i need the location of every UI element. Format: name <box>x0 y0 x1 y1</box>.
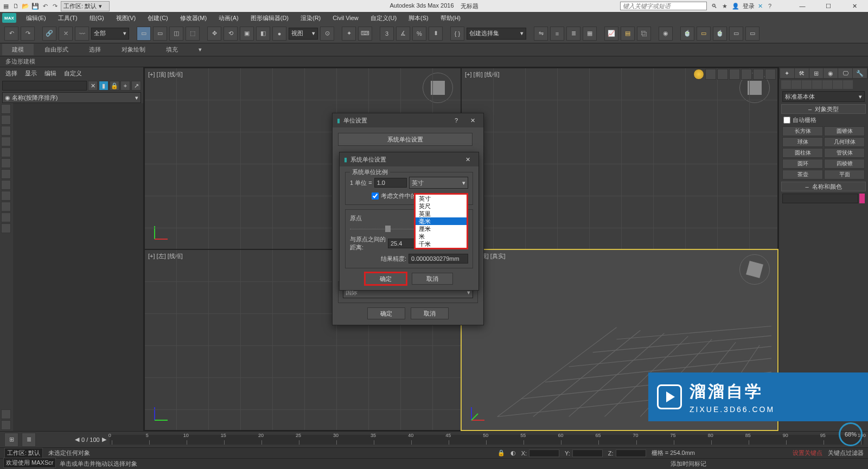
ribbon-tab-objectpaint[interactable]: 对象绘制 <box>112 44 155 55</box>
menu-customize[interactable]: 自定义(U) <box>365 13 402 23</box>
toggle-ribbon-button[interactable]: ▦ <box>583 27 597 41</box>
open-icon[interactable]: 📂 <box>22 2 29 10</box>
timeline-config-icon[interactable]: ⊞ <box>4 433 18 447</box>
workspace-indicator[interactable]: 工作区: 默认 <box>4 448 43 458</box>
rollout-object-type[interactable]: – 对象类型 <box>781 104 866 114</box>
unit-dropdown-list[interactable]: 英寸 英尺 英里 毫米 厘米 米 千米 <box>415 194 467 248</box>
star-icon[interactable]: ★ <box>721 2 729 10</box>
undo-button[interactable]: ↶ <box>4 27 18 41</box>
unit-type-dropdown[interactable]: 英寸▾ <box>409 177 468 189</box>
window-crossing-button[interactable]: ⬚ <box>186 27 200 41</box>
unit-value-input[interactable] <box>374 178 407 188</box>
coord-y-input[interactable] <box>572 449 603 457</box>
se-menu-custom[interactable]: 自定义 <box>64 69 82 78</box>
ribbon-tab-selection[interactable]: 选择 <box>79 44 111 55</box>
btn-tube[interactable]: 管状体 <box>824 148 865 158</box>
render-iterative-button[interactable]: ▭ <box>729 27 743 41</box>
object-category-dropdown[interactable]: 标准基本体▾ <box>782 91 865 102</box>
btn-pyramid[interactable]: 四棱锥 <box>824 159 865 169</box>
arrow-icon[interactable]: ↗ <box>131 81 141 91</box>
pivot-button[interactable]: ⊙ <box>320 27 334 41</box>
btn-geosphere[interactable]: 几何球体 <box>824 137 865 147</box>
unit-option-m[interactable]: 米 <box>416 233 467 240</box>
timeline-next-icon[interactable]: ▶ <box>102 436 106 443</box>
filter-gear-icon[interactable] <box>1 420 11 430</box>
set-key-button[interactable]: 设置关键点 <box>793 449 822 457</box>
coord-x-input[interactable] <box>529 449 559 457</box>
dope-sheet-button[interactable]: ▤ <box>621 27 635 41</box>
filter-geometry-icon[interactable] <box>1 104 11 114</box>
viewport-front[interactable]: [+] [前] [线框] <box>462 68 777 249</box>
menu-views[interactable]: 视图(V) <box>111 13 142 23</box>
move-button[interactable]: ✥ <box>207 27 221 41</box>
shading-icon-5[interactable] <box>753 69 764 80</box>
cp-tab-utilities[interactable]: 🔧 <box>853 68 867 78</box>
menu-animation[interactable]: 动画(A) <box>213 13 244 23</box>
key-filter-button[interactable]: 关键点过滤器 <box>828 449 864 457</box>
dialog-help-icon[interactable]: ? <box>450 115 463 126</box>
filter-frozen-icon[interactable] <box>1 213 11 222</box>
bind-spacewarp-button[interactable]: 〰 <box>75 27 89 41</box>
viewport-top-label[interactable]: [+] [顶] [线框] <box>148 70 183 79</box>
shading-icon-3[interactable] <box>729 69 740 80</box>
btn-cylinder[interactable]: 圆柱体 <box>782 148 823 158</box>
systems-icon[interactable] <box>843 80 853 89</box>
exchange-icon[interactable]: ✕ <box>758 3 763 10</box>
units-ok-button[interactable]: 确定 <box>367 307 405 319</box>
render-setup-button[interactable]: 🍵 <box>680 27 694 41</box>
sys-dialog-close-icon[interactable]: ✕ <box>461 154 474 165</box>
unit-option-feet[interactable]: 英尺 <box>416 202 467 210</box>
login-link[interactable]: 登录 <box>743 2 755 10</box>
curve-editor-button[interactable]: 📈 <box>604 27 618 41</box>
dialog-close-icon[interactable]: ✕ <box>466 115 479 126</box>
redo-icon[interactable]: ↷ <box>51 2 59 10</box>
filter-container-icon[interactable] <box>1 202 11 211</box>
unit-option-cm[interactable]: 厘米 <box>416 225 467 233</box>
btn-torus[interactable]: 圆环 <box>782 159 823 169</box>
placement-button[interactable]: ◧ <box>256 27 270 41</box>
shape-icon[interactable] <box>792 80 801 89</box>
manipulate-button[interactable]: ✦ <box>342 27 356 41</box>
filter-funnel-icon[interactable] <box>1 409 11 419</box>
ribbon-tab-expand[interactable]: ▾ <box>189 44 212 55</box>
sunlight-icon[interactable] <box>693 69 704 80</box>
minimize-button[interactable]: — <box>791 0 814 12</box>
unit-option-inch[interactable]: 英寸 <box>416 195 467 202</box>
layers-button[interactable]: ≣ <box>566 27 580 41</box>
menu-create[interactable]: 创建(C) <box>142 13 173 23</box>
geom-icon[interactable] <box>781 80 791 89</box>
se-menu-select[interactable]: 选择 <box>5 69 17 78</box>
timeline-layer-icon[interactable]: ≣ <box>22 433 36 447</box>
btn-cone[interactable]: 圆锥体 <box>824 126 865 136</box>
menu-help[interactable]: 帮助(H) <box>435 13 466 23</box>
auto-grid-checkbox[interactable] <box>783 117 790 124</box>
help-icon[interactable]: ? <box>766 2 774 10</box>
cp-tab-modify[interactable]: 🛠 <box>795 68 809 78</box>
viewport-front-label[interactable]: [+] [前] [线框] <box>465 70 500 79</box>
cp-tab-motion[interactable]: ◉ <box>824 68 838 78</box>
search-select-icon[interactable]: ▮ <box>99 81 108 91</box>
shading-icon-2[interactable] <box>717 69 728 80</box>
btn-plane[interactable]: 平面 <box>824 170 865 179</box>
scale-button[interactable]: ▣ <box>240 27 254 41</box>
search-icon[interactable]: 🔍︎ <box>710 2 718 10</box>
schematic-view-button[interactable]: ⿻ <box>637 27 651 41</box>
coord-z-input[interactable] <box>616 449 646 457</box>
selection-filter-dropdown[interactable]: 全部▾ <box>91 28 129 40</box>
sys-ok-button[interactable]: 确定 <box>365 273 406 285</box>
rendered-frame-button[interactable]: ▭ <box>697 27 711 41</box>
select-region-button[interactable]: ◫ <box>169 27 183 41</box>
menu-rendering[interactable]: 渲染(R) <box>295 13 326 23</box>
named-selset-edit-button[interactable]: { } <box>450 27 464 41</box>
lock-selection-icon[interactable]: 🔒 <box>497 449 505 457</box>
filter-hidden-icon[interactable] <box>1 223 11 233</box>
rollout-name-color[interactable]: – 名称和颜色 <box>781 182 866 191</box>
redo-button[interactable]: ↷ <box>21 27 35 41</box>
render-activeshade-button[interactable]: ▭ <box>745 27 760 41</box>
menu-edit[interactable]: 编辑(E) <box>21 13 52 23</box>
menu-graph[interactable]: 图形编辑器(D) <box>245 13 294 23</box>
menu-group[interactable]: 组(G) <box>84 13 110 23</box>
select-name-button[interactable]: ▭ <box>153 27 167 41</box>
undo-icon[interactable]: ↶ <box>41 2 49 10</box>
cp-tab-create[interactable]: ✦ <box>780 68 794 78</box>
